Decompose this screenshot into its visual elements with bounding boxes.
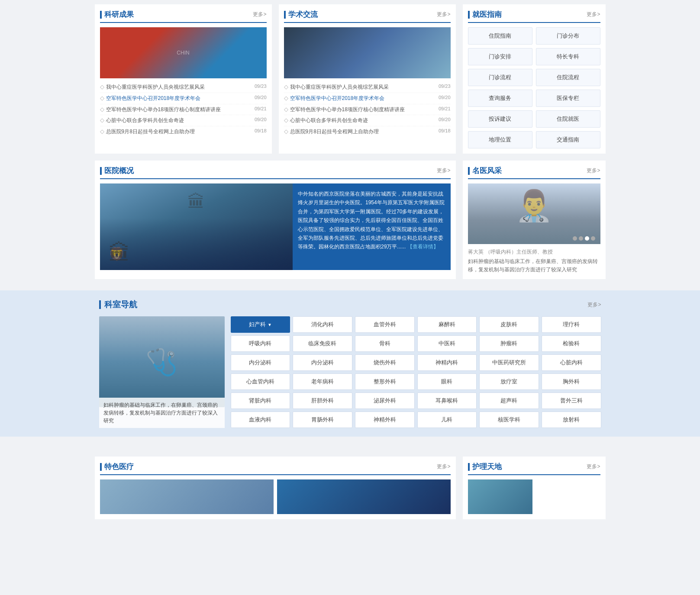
list-item[interactable]: ◇ 总医院9月8日起挂号全程网上自助办理 09/18 [284, 126, 451, 137]
overview-header: 医院概况 更多> [100, 166, 451, 179]
overview-section: 医院概况 更多> 🏛 🦁 中外知名的西京医院坐落在美丽的古城西安，其前身是延安抗… [95, 161, 456, 279]
research-news-list: ◇ 我中心重症医学科医护人员央视综艺展风采 09/23 ◇ 空军特色医学中心召开… [100, 82, 267, 137]
list-item[interactable]: ◇ 心脏中心联合多学科共创生命奇迹 09/20 [100, 115, 267, 126]
dept-tab-urology[interactable]: 泌尿外科 [355, 392, 415, 409]
dept-tab-hepatobiliary[interactable]: 肝胆外科 [293, 392, 352, 409]
dept-tab-general-surgery[interactable]: 普外三科 [542, 392, 601, 409]
dept-more[interactable]: 更多> [587, 301, 601, 309]
guide-btn-specialty[interactable]: 特长专科 [536, 48, 600, 65]
famous-doctor-more[interactable]: 更多> [587, 167, 600, 174]
guide-btn-inpatient-flow[interactable]: 住院流程 [536, 69, 600, 86]
academic-header: 学术交流 更多> [284, 10, 451, 23]
research-more[interactable]: 更多> [253, 11, 266, 18]
list-item[interactable]: ◇ 空军特色医学中心召开2018年度学术年会 09/20 [284, 93, 451, 104]
doctor-description: 妇科肿瘤的基础与临床工作，在卵巢癌、宫颈癌的发病转移，复发机制与基因治疗方面进行… [468, 257, 600, 274]
dept-tab-endocrine2[interactable]: 内分泌科 [293, 354, 352, 371]
dept-tab-bone[interactable]: 骨科 [355, 335, 415, 352]
overview-more[interactable]: 更多> [437, 167, 450, 174]
guide-btn-complaint[interactable]: 投诉建议 [468, 110, 532, 128]
dept-tab-hematology[interactable]: 血液内科 [231, 412, 290, 428]
list-item[interactable]: ◇ 心脏中心联合多学科共创生命奇迹 09/20 [284, 115, 451, 126]
dept-tab-anesthesia[interactable]: 麻醉科 [417, 316, 477, 333]
dept-tab-vascular[interactable]: 血管外科 [355, 316, 415, 333]
doctor-image: 👨‍⚕️ [468, 183, 600, 244]
dept-tab-gynecology[interactable]: 妇产科 ▼ [231, 316, 290, 333]
guide-btn-outpatient-dist[interactable]: 门诊分布 [536, 27, 600, 45]
dept-tab-radiation[interactable]: 放疗室 [479, 373, 539, 390]
guide-btn-hospital[interactable]: 住院指南 [468, 27, 532, 45]
overview-detail-link[interactable]: 【查看详情】 [407, 244, 439, 250]
dept-tab-geriatrics[interactable]: 老年病科 [293, 373, 352, 390]
list-item[interactable]: ◇ 空军特色医学中心召开2018年度学术年会 09/20 [100, 93, 267, 104]
dept-tab-oncology[interactable]: 肿瘤科 [479, 335, 539, 352]
overview-title: 医院概况 [100, 166, 134, 176]
academic-news-list: ◇ 我中心重症医学科医护人员央视综艺展风采 09/23 ◇ 空军特色医学中心召开… [284, 82, 451, 137]
list-item[interactable]: ◇ 空军特色医学中心举办18项医疗核心制度精讲讲座 09/21 [100, 104, 267, 116]
dept-tab-radiology[interactable]: 放射科 [542, 412, 601, 428]
doctor-name: 蒋大英 （呼吸内科）主任医师、教授 [468, 248, 600, 256]
special-treatment-section: 特色医疗 更多> [95, 457, 456, 519]
dept-tab-pediatrics[interactable]: 儿科 [417, 412, 477, 428]
research-header: 科研成果 更多> [100, 10, 267, 23]
guide-btn-traffic[interactable]: 交通指南 [536, 131, 600, 148]
dept-tab-neurosurgery[interactable]: 神精外科 [355, 412, 415, 428]
list-item[interactable]: ◇ 我中心重症医学科医护人员央视综艺展风采 09/23 [100, 82, 267, 93]
dept-tab-endocrine1[interactable]: 内分泌科 [231, 354, 290, 371]
department-section: 科室导航 更多> 🩺 妇科肿瘤的基础与临床工作，在卵巢癌、宫颈癌的发病转移，复发… [95, 299, 606, 428]
special-img-1 [100, 479, 274, 514]
special-treatment-header: 特色医疗 更多> [100, 462, 451, 475]
dot-2[interactable] [579, 236, 583, 241]
dept-grid-row6: 血液内科 胃肠外科 神精外科 儿科 核医学科 放射科 [231, 412, 601, 428]
dept-grid-row5: 肾脏内科 肝胆外科 泌尿外科 耳鼻喉科 超声科 普外三科 [231, 392, 601, 409]
dept-tab-gastro[interactable]: 消化内科 [293, 316, 352, 333]
dept-title: 科室导航 [99, 299, 137, 310]
guide-btn-outpatient-arrange[interactable]: 门诊安排 [468, 48, 532, 65]
dot-1[interactable] [573, 236, 577, 241]
dept-tab-ent[interactable]: 耳鼻喉科 [417, 392, 477, 409]
dept-tab-ultrasound[interactable]: 超声科 [479, 392, 539, 409]
guide-grid: 住院指南 门诊分布 门诊安排 特长专科 门诊流程 住院流程 查询服务 医保专栏 … [468, 27, 600, 148]
list-item[interactable]: ◇ 总医院9月8日起挂号全程网上自助办理 09/18 [100, 126, 267, 137]
guide-btn-location[interactable]: 地理位置 [468, 131, 532, 148]
dept-tab-cardiology[interactable]: 心脏内科 [542, 354, 601, 371]
famous-doctor-title: 名医风采 [468, 166, 502, 176]
nursing-more[interactable]: 更多> [587, 463, 600, 470]
famous-doctor-header: 名医风采 更多> [468, 166, 600, 179]
dept-tab-respiratory[interactable]: 呼吸内科 [231, 335, 290, 352]
dept-tab-tcm-research[interactable]: 中医药研究所 [479, 354, 539, 371]
dept-tab-skin[interactable]: 皮肤科 [479, 316, 539, 333]
nursing-section: 护理天地 更多> [463, 457, 606, 519]
dept-header: 科室导航 更多> [99, 299, 601, 310]
guide-title: 就医指南 [468, 10, 502, 19]
dept-tab-plastic[interactable]: 整形外科 [355, 373, 415, 390]
list-item[interactable]: ◇ 空军特色医学中心举办18项医疗核心制度精讲讲座 09/21 [284, 104, 451, 116]
dept-tab-nephrology[interactable]: 肾脏内科 [231, 392, 290, 409]
guide-btn-query[interactable]: 查询服务 [468, 90, 532, 107]
dept-tab-burns[interactable]: 烧伤外科 [355, 354, 415, 371]
dept-tab-gastroenterology[interactable]: 胃肠外科 [293, 412, 352, 428]
dept-grid-row2: 呼吸内科 临床免疫科 骨科 中医科 肿瘤科 检验科 [231, 335, 601, 352]
dept-tab-neurology[interactable]: 神精内科 [417, 354, 477, 371]
overview-text: 中外知名的西京医院坐落在美丽的古城西安，其前身是延安抗战烽火岁月里诞生的中央医院… [293, 183, 451, 270]
dept-image-container: 🩺 妇科肿瘤的基础与临床工作，在卵巢癌、宫颈癌的发病转移，复发机制与基因治疗方面… [99, 316, 225, 428]
academic-more[interactable]: 更多> [437, 11, 450, 18]
dot-4[interactable] [591, 236, 595, 241]
dept-tab-thoracic[interactable]: 胸外科 [542, 373, 601, 390]
guide-header: 就医指南 更多> [468, 10, 600, 23]
guide-btn-admission[interactable]: 住院就医 [536, 110, 600, 128]
dept-tab-nuclear-medicine[interactable]: 核医学科 [479, 412, 539, 428]
list-item[interactable]: ◇ 我中心重症医学科医护人员央视综艺展风采 09/23 [284, 82, 451, 93]
dept-tab-therapy[interactable]: 理疗科 [542, 316, 601, 333]
dept-tab-lab[interactable]: 检验科 [542, 335, 601, 352]
dept-tab-tcm[interactable]: 中医科 [417, 335, 477, 352]
dept-image-desc: 妇科肿瘤的基础与临床工作，在卵巢癌、宫颈癌的发病转移，复发机制与基因治疗方面进行… [99, 398, 225, 428]
guide-btn-insurance[interactable]: 医保专栏 [536, 90, 600, 107]
guide-more[interactable]: 更多> [587, 11, 600, 18]
dept-tab-cardiovascular[interactable]: 心血管内科 [231, 373, 290, 390]
dept-image: 🩺 [99, 316, 225, 407]
dept-tab-immunology[interactable]: 临床免疫科 [293, 335, 352, 352]
dot-3[interactable] [585, 236, 589, 241]
special-treatment-more[interactable]: 更多> [437, 463, 450, 470]
guide-btn-outpatient-flow[interactable]: 门诊流程 [468, 69, 532, 86]
dept-tab-ophthalmology[interactable]: 眼科 [417, 373, 477, 390]
